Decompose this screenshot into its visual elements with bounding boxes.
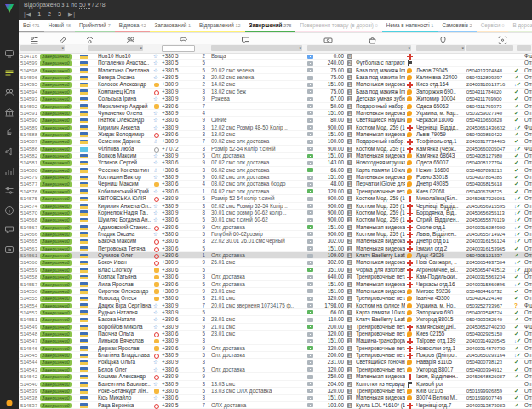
tracking-number[interactable]: 20450652740230 — [466, 324, 513, 331]
tracking-number[interactable]: 0504304224140 — [466, 295, 513, 302]
table-row[interactable]: 514547ЗавершенийЛиньков Вячеслав+380 931… — [19, 337, 532, 344]
phone-number[interactable]: +380 9 — [162, 373, 193, 380]
client-name[interactable]: Рудько Наталья — [98, 309, 152, 316]
tracking-number[interactable]: 20400316156124 — [466, 238, 513, 245]
sidebar-item-sliders-icon[interactable] — [3, 185, 15, 197]
phone-number[interactable]: +380 5 — [162, 402, 193, 409]
client-name[interactable]: Сиротюк Олександр — [98, 288, 152, 295]
table-row[interactable]: 514576ЗавершенийКобилинський Юрий☆+380 6… — [19, 188, 532, 195]
client-name[interactable]: Рокіцька Ольга — [98, 359, 152, 366]
client-name[interactable]: Колосок Александр — [98, 81, 152, 88]
table-row[interactable]: 514558ЗавершенийКовпак Татьяна+380 63Олх… — [19, 274, 532, 280]
tracking-number[interactable]: 0504306768725 — [466, 188, 513, 195]
sidebar-item-bank-icon[interactable] — [3, 107, 15, 118]
product-name[interactable]: Тренировочные петли TRX Trai.. — [356, 188, 405, 195]
client-name[interactable]: Жидак Володимир — [98, 131, 152, 138]
table-row[interactable]: 514546ЗавершенийДержак Ярослав+380 69Олх… — [19, 345, 532, 352]
client-name[interactable]: Фесенко Константин — [98, 167, 152, 174]
tracking-number[interactable]: 0504311784020 — [466, 89, 513, 95]
product-name[interactable]: Тренировочные петли TRX Trai.. — [356, 345, 405, 352]
tracking-number[interactable]: 0504306815618 — [466, 181, 513, 187]
column-filter-input-2[interactable]: ▾ — [88, 45, 143, 51]
phone-number[interactable]: +380 6 — [162, 295, 193, 302]
client-name[interactable]: Малютина Светлана — [98, 67, 152, 74]
page-3-button[interactable]: 3 — [58, 11, 62, 17]
call-status-icon[interactable] — [85, 33, 95, 43]
client-name[interactable]: Нов10 Нов10 — [98, 53, 152, 60]
tab-1[interactable]: Всі 471 — [19, 20, 44, 32]
client-name[interactable]: Сучилов Олег — [98, 252, 152, 259]
table-row[interactable]: 514591ЗавершенийЧумаченко Олена☆+380 941… — [19, 110, 532, 117]
tab-9[interactable]: Нема в наявності 1 — [382, 20, 438, 32]
table-row[interactable]: 514594ЗавершенийКомпанец Юля+380 9318.02… — [19, 89, 532, 95]
phone-number[interactable]: +380 9 — [162, 302, 193, 309]
tracking-number[interactable]: 20400316153965 — [466, 245, 513, 252]
client-name[interactable]: Волков Максим — [98, 153, 152, 159]
product-name[interactable]: Клатч Baellerry Leather *1487* (.. — [356, 316, 405, 323]
table-row[interactable]: 514556ЗавершенийСиротюк Олександр+380 99… — [19, 288, 532, 295]
tab-3[interactable]: Прийнятий 7 — [75, 20, 115, 32]
client-name[interactable]: Кісь Михайло — [98, 395, 152, 401]
phone-number[interactable]: +380 6 — [162, 316, 193, 323]
tab-4[interactable]: Відмова 42 — [115, 20, 151, 32]
last-page-button[interactable]: ▶| — [68, 11, 76, 17]
table-row[interactable]: 514540ЗавершенийВалентина Василье..☆+380… — [19, 381, 532, 388]
product-name[interactable]: Карта памяти 10 класс - 8Гб *1.. — [356, 309, 405, 316]
client-name[interactable]: Воробйов Микола — [98, 324, 152, 331]
product-name[interactable]: Костюм Мод. 259 (1шт. х 900.0.. — [356, 195, 405, 202]
table-row[interactable]: 514588ЗавершенийЖидак Володимир+380 6313… — [19, 131, 532, 138]
table-row[interactable]: 514595ЗавершенийКолосок Александр+380 92… — [19, 81, 532, 88]
table-row[interactable]: 514537ЗавершенийРаца Вероніка+380 57ОЛХ … — [19, 402, 532, 409]
client-name[interactable]: Благінна Владіслава — [98, 352, 152, 359]
table-row[interactable]: 514579ЗавершенийКостишин Виктор☆+380 990… — [19, 174, 532, 181]
table-row[interactable]: 514589ЗавершенийКирилич Анжела☆+380 9312… — [19, 124, 532, 131]
product-name[interactable]: Костюм Мод. 259 (1шт. х 900.0.. — [356, 146, 405, 153]
client-name[interactable]: Ковпак Татьяна — [98, 274, 152, 280]
tab-12[interactable]: В дорозі додому 0 — [508, 20, 532, 32]
table-row[interactable]: 514542ЗавершенийКошмак Александр+380 992… — [19, 373, 532, 380]
sidebar-item-orders-list-icon[interactable] — [3, 67, 15, 79]
product-name[interactable]: Маленькая видеокамера SQ8 *.. — [356, 238, 405, 245]
tracking-number[interactable]: 20450648826087 — [466, 373, 513, 380]
tracking-number[interactable]: 20450655714924 — [466, 231, 513, 238]
tab-5[interactable]: Запакований 1 — [150, 20, 195, 32]
table-row[interactable]: 514587ЗавершенийСеменюк Дарина☆+380 9709… — [19, 138, 532, 145]
product-name[interactable]: Тренировочные петли TRX Trai.. — [356, 331, 405, 337]
product-name[interactable]: Маленькая видеокамера SQ8 *.. — [356, 153, 405, 159]
product-name[interactable]: Маленькая видеокамера SQ8 *.. — [356, 174, 405, 181]
sidebar-item-dot-icon[interactable] — [3, 397, 15, 409]
sidebar-item-hand-icon[interactable] — [3, 126, 15, 138]
phone-number[interactable]: +380 9 — [162, 138, 193, 145]
phone-icon[interactable] — [179, 33, 189, 43]
table-row[interactable]: 514582ЗавершенийВолков Максим☆+380 95Олх… — [19, 153, 532, 159]
tracking-number[interactable]: 20450654743512 — [466, 267, 513, 274]
table-row[interactable]: 514539ЗавершенийРоке-Бетанкурт Лін..+380… — [19, 388, 532, 395]
table-row[interactable]: 514586ЗавершенийФіліпова Люба+7 0723Розм… — [19, 146, 532, 153]
table-row[interactable]: 514567ЗавершенийАдамовский Станис..+380 … — [19, 224, 532, 231]
table-row[interactable]: 514555ЗавершенийНовосад Олеся+380 6321.0… — [19, 295, 532, 302]
table-row[interactable]: 514566ЗавершенийГладик Оксана☆+380 65Гол… — [19, 231, 532, 238]
edit-icon[interactable] — [58, 33, 68, 43]
tab-8[interactable]: Повернення товару (в дорозі) 0 — [295, 20, 381, 32]
table-row[interactable]: 514570ЗавершенийКорнелюк Надія Та..☆+380… — [19, 210, 532, 216]
phone-number[interactable]: +380 9 — [162, 174, 193, 181]
phone-number[interactable]: +380 9 — [162, 153, 193, 159]
phone-number[interactable]: +380 5 — [162, 53, 193, 60]
column-filter-input-1[interactable]: ▾ — [20, 45, 65, 51]
phone-number[interactable]: +380 6 — [162, 267, 193, 274]
product-icon[interactable] — [368, 33, 378, 43]
client-name[interactable]: Валентина Василье.. — [98, 381, 152, 388]
product-name[interactable]: База под макияж Images 24 Ca.. — [356, 74, 405, 81]
tracking-number[interactable]: 20400318613716 — [466, 81, 513, 88]
tracking-number[interactable]: 0504305121337 — [466, 252, 513, 259]
tracking-number[interactable]: 20400316284900 — [466, 224, 513, 231]
product-name[interactable]: Маленькая видеокамера SQ8 *.. — [356, 281, 405, 288]
tracking-number[interactable]: 0504300394912 — [466, 366, 513, 373]
phone-number[interactable]: +380 9 — [162, 337, 193, 344]
product-name[interactable]: Маленькая видеокамера SQ8 *.. — [356, 288, 405, 295]
phone-number[interactable]: +380 9 — [162, 309, 193, 316]
tracking-number[interactable]: 0504302925150 — [466, 331, 513, 337]
client-name[interactable]: Гнатюк Олександр — [98, 117, 152, 124]
client-name[interactable]: Роке-Бетанкурт Лін.. — [98, 388, 152, 395]
phone-number[interactable]: +380 9 — [162, 203, 193, 210]
